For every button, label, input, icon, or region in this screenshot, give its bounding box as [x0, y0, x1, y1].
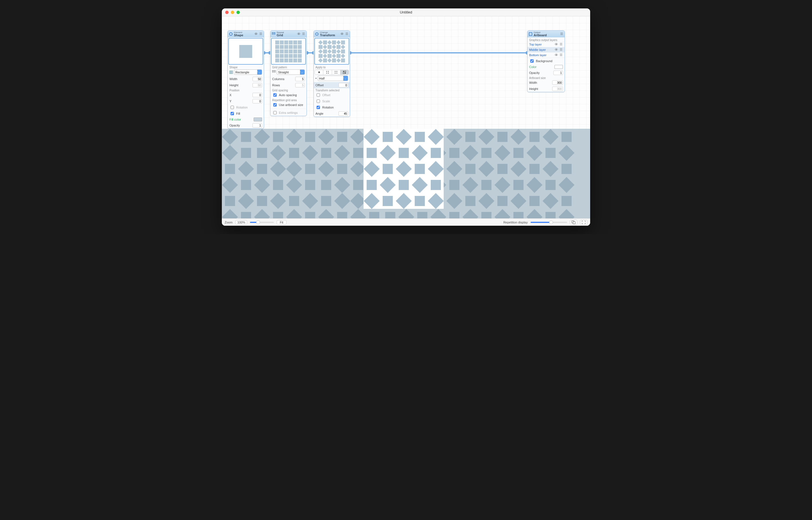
- artboard-opacity-row: Opacity: [528, 70, 564, 76]
- rotation-ck-checkbox[interactable]: [316, 106, 320, 109]
- menu-icon[interactable]: [302, 32, 305, 36]
- use-artboard-checkbox[interactable]: [273, 103, 277, 106]
- svg-rect-5: [272, 34, 273, 34]
- layer-bottom-row[interactable]: Bottom layer: [528, 52, 564, 58]
- y-input[interactable]: [253, 99, 262, 103]
- grid-icon: [272, 32, 276, 36]
- menu-icon[interactable]: [345, 32, 349, 36]
- fill-label: Fill: [236, 112, 240, 115]
- node-transform[interactable]: Change Transform: [313, 30, 350, 117]
- close-button[interactable]: [225, 11, 229, 14]
- svg-point-1: [256, 33, 256, 34]
- preview-area: [222, 129, 590, 218]
- eye-icon[interactable]: [555, 43, 558, 46]
- seg-dots6-icon[interactable]: [332, 70, 340, 75]
- minimize-button[interactable]: [231, 11, 234, 14]
- seg-checker-icon[interactable]: [340, 70, 349, 75]
- angle-input[interactable]: [338, 111, 348, 116]
- artboard-opacity-label: Opacity: [529, 71, 539, 75]
- offset-ck-label: Offset: [322, 93, 330, 97]
- statusbar: Zoom 100% Fit Repetition display: [222, 218, 590, 226]
- preview-artboard: [363, 129, 444, 209]
- height-input[interactable]: [253, 83, 262, 87]
- eye-icon[interactable]: [297, 32, 301, 36]
- seg-dots4-icon[interactable]: [323, 70, 332, 75]
- layer-middle-row[interactable]: Middle layer: [528, 47, 564, 52]
- svg-rect-14: [275, 71, 276, 72]
- menu-icon[interactable]: [559, 48, 563, 51]
- angle-row: Angle: [314, 110, 350, 116]
- x-label: X: [229, 93, 231, 97]
- y-row: Y: [228, 98, 264, 104]
- node-shape-title: Shape: [234, 34, 253, 37]
- eye-icon[interactable]: [254, 32, 258, 36]
- rows-input[interactable]: [295, 83, 305, 87]
- apply-segment[interactable]: [314, 70, 349, 75]
- zoom-slider[interactable]: [250, 222, 274, 223]
- node-artboard[interactable]: Output Artboard Graphics output layers T…: [527, 30, 565, 92]
- svg-rect-32: [529, 33, 532, 35]
- extra-settings-checkbox[interactable]: [273, 111, 277, 114]
- repetition-slider[interactable]: [531, 222, 567, 223]
- node-artboard-header[interactable]: Output Artboard: [528, 31, 564, 37]
- node-grid-header[interactable]: Repeat Grid: [271, 31, 306, 37]
- svg-point-19: [328, 71, 329, 72]
- node-transform-preview: [314, 38, 349, 64]
- artboard-opacity-input[interactable]: [553, 71, 563, 75]
- artboard-height-input[interactable]: [552, 86, 563, 91]
- titlebar: Untitled: [222, 8, 590, 16]
- eye-icon[interactable]: [555, 53, 558, 57]
- chevron-updown-icon: ⌃⌄: [256, 71, 260, 73]
- rotation-checkbox[interactable]: [231, 106, 234, 109]
- circle-icon: [229, 32, 233, 36]
- node-grid-preview: [271, 38, 306, 64]
- extra-settings-label: Extra settings: [279, 111, 298, 114]
- section-size-label: Artboard size: [528, 76, 564, 80]
- zoom-value[interactable]: 100%: [235, 220, 247, 225]
- artboard-width-input[interactable]: [552, 80, 563, 85]
- opacity-label: Opacity: [229, 124, 240, 127]
- seg-dot-icon[interactable]: [315, 70, 323, 75]
- menu-icon[interactable]: [559, 53, 563, 57]
- opacity-input[interactable]: [253, 123, 262, 128]
- x-row: X: [228, 92, 264, 98]
- background-checkbox[interactable]: [530, 59, 534, 63]
- fill-checkbox[interactable]: [231, 112, 234, 115]
- artboard-color-label: Color: [529, 65, 536, 69]
- node-grid[interactable]: Repeat Grid: [270, 30, 307, 116]
- node-shape-header[interactable]: Element Shape: [228, 31, 264, 37]
- scale-checkbox[interactable]: [316, 100, 320, 103]
- fit-button[interactable]: Fit: [277, 220, 286, 225]
- menu-icon[interactable]: [559, 43, 563, 46]
- svg-point-33: [556, 44, 557, 45]
- background-label: Background: [536, 59, 553, 63]
- offset-checkbox[interactable]: [316, 93, 320, 97]
- offset-input[interactable]: [338, 83, 348, 87]
- eye-icon[interactable]: [555, 48, 558, 51]
- width-row: Width: [228, 76, 264, 82]
- straight-icon: [272, 70, 276, 74]
- window-mode-icon[interactable]: [570, 220, 577, 225]
- height-row: Height: [228, 82, 264, 88]
- layer-middle-label: Middle layer: [529, 48, 546, 51]
- svg-rect-11: [275, 70, 276, 71]
- node-shape[interactable]: Element Shape Shape Rectangle ⌃⌄: [227, 30, 264, 129]
- fillcolor-swatch[interactable]: [254, 118, 262, 122]
- window-title: Untitled: [222, 10, 590, 14]
- auto-spacing-checkbox[interactable]: [273, 93, 277, 97]
- layer-top-row[interactable]: Top layer: [528, 42, 564, 47]
- menu-icon[interactable]: [259, 32, 262, 36]
- x-input[interactable]: [253, 93, 262, 97]
- layer-top-label: Top layer: [529, 43, 542, 46]
- menu-icon[interactable]: [560, 32, 563, 36]
- width-input[interactable]: [253, 77, 262, 81]
- columns-input[interactable]: [295, 77, 305, 81]
- section-spacing-label: Grid spacing: [271, 88, 306, 92]
- opacity-row: Opacity: [228, 122, 264, 128]
- artboard-color-swatch[interactable]: [555, 65, 563, 69]
- node-canvas[interactable]: Element Shape Shape Rectangle ⌃⌄: [222, 16, 590, 129]
- fullscreen-icon[interactable]: [580, 220, 587, 225]
- zoom-button[interactable]: [236, 11, 240, 14]
- node-transform-header[interactable]: Change Transform: [314, 31, 350, 37]
- eye-icon[interactable]: [340, 32, 344, 36]
